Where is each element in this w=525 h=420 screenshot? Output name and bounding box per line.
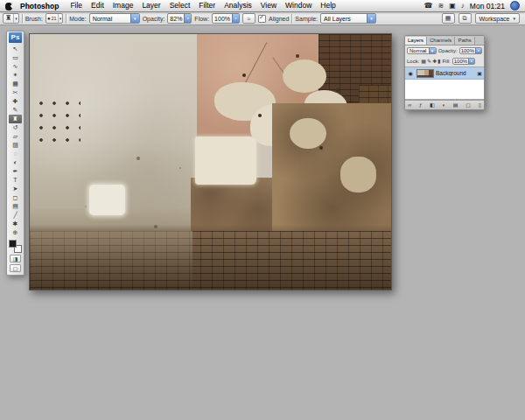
phone-icon[interactable]: ☎ <box>424 0 433 11</box>
tool-slice[interactable]: ✂ <box>9 88 22 97</box>
airport-icon[interactable]: ≋ <box>438 0 444 11</box>
menu-item[interactable]: Help <box>316 0 340 11</box>
new-group-icon[interactable]: ▤ <box>453 102 458 109</box>
flow-field[interactable]: 100% <box>212 13 240 24</box>
brushes-palette-button[interactable]: ▦ <box>442 13 455 24</box>
blend-mode-select[interactable]: Normal <box>89 13 140 24</box>
layer-row-background[interactable]: ◉ Background ▣ <box>405 67 484 80</box>
menu-item[interactable]: Filter <box>194 0 220 11</box>
opacity-field[interactable]: 82% <box>167 13 192 24</box>
lock-transparency-icon[interactable]: ▦ <box>421 58 426 65</box>
tab-paths[interactable]: Paths <box>455 37 474 45</box>
options-right-group: ▦ ⧉ Workspace <box>442 13 522 24</box>
opacity-label: Opacity: <box>143 16 165 22</box>
link-layers-icon[interactable]: ∞ <box>408 102 411 109</box>
wall-white-patch <box>195 136 256 185</box>
tool-pen[interactable]: ✒ <box>9 167 22 176</box>
tab-channels[interactable]: Channels <box>427 37 455 45</box>
lock-all-icon[interactable]: ▮ <box>438 58 440 65</box>
wall-scattered-holes <box>30 34 32 36</box>
tool-dodge[interactable]: ◐ <box>9 158 22 167</box>
tool-eraser[interactable]: ▱ <box>9 132 22 141</box>
tool-notes[interactable]: ▤ <box>9 202 22 211</box>
tool-healing-brush[interactable]: ✚ <box>9 97 22 106</box>
tool-brush[interactable]: ✎ <box>9 106 22 115</box>
tool-blur[interactable]: ◌ <box>9 150 22 158</box>
delete-layer-icon[interactable]: ▯ <box>479 102 481 109</box>
add-mask-icon[interactable]: ◧ <box>430 102 435 109</box>
app-menu-photoshop[interactable]: Photoshop <box>20 2 59 10</box>
aligned-label: Aligned <box>269 16 289 22</box>
new-layer-icon[interactable]: ▢ <box>466 102 471 109</box>
menu-item[interactable]: Window <box>281 0 316 11</box>
tool-lasso[interactable]: ∿ <box>9 62 22 71</box>
adjustment-layer-icon[interactable]: ◐ <box>443 102 446 109</box>
lock-pixels-icon[interactable]: ✎ <box>427 58 431 65</box>
volume-icon[interactable]: ♪ <box>461 0 465 11</box>
clone-source-button[interactable]: ⧉ <box>458 13 472 24</box>
menu-item[interactable]: Select <box>165 0 195 11</box>
tab-layers[interactable]: Layers <box>405 37 427 45</box>
menu-clock[interactable]: Mon 01:21 <box>470 2 505 10</box>
fill-label: Fill: <box>442 59 450 64</box>
menu-item[interactable]: Edit <box>87 0 108 11</box>
layer-style-icon[interactable]: ƒ <box>419 102 422 109</box>
displays-icon[interactable]: ▣ <box>449 0 456 11</box>
tool-shape[interactable]: ◻ <box>9 193 22 202</box>
layer-lock-icon: ▣ <box>477 70 482 76</box>
separator <box>22 14 23 24</box>
spotlight-icon[interactable] <box>510 1 520 10</box>
airbrush-toggle[interactable]: ≈ <box>242 13 256 24</box>
menu-item[interactable]: View <box>256 0 281 11</box>
tool-path-selection[interactable]: ➤ <box>9 185 22 193</box>
chevron-down-icon <box>13 14 18 23</box>
tool-preset-picker[interactable]: ♜ <box>3 13 19 24</box>
tool-gradient[interactable]: ▨ <box>9 141 22 150</box>
mode-label: Mode: <box>69 16 86 22</box>
menu-item[interactable]: Image <box>108 0 138 11</box>
popup-arrow-icon <box>184 14 191 23</box>
menu-item[interactable]: File <box>66 0 87 11</box>
lock-position-icon[interactable]: ✚ <box>432 58 437 65</box>
tool-marquee[interactable]: ▭ <box>9 53 22 62</box>
tool-type[interactable]: T <box>9 176 22 185</box>
quick-mask-button[interactable]: ◨ <box>10 255 21 262</box>
wall-paint-patch <box>283 60 326 93</box>
menu-item[interactable]: Analysis <box>220 0 256 11</box>
tool-eyedropper[interactable]: ╱ <box>9 211 22 220</box>
tool-zoom[interactable]: ⊕ <box>9 228 22 237</box>
tool-crop[interactable]: ▦ <box>9 80 22 88</box>
toolbox-extras: ◨▢ <box>10 255 21 274</box>
layer-list: ◉ Background ▣ <box>405 66 484 100</box>
workspace-button[interactable]: Workspace <box>475 13 520 24</box>
aligned-checkbox[interactable] <box>258 15 266 23</box>
tool-hand[interactable]: ✱ <box>9 220 22 228</box>
sample-label: Sample: <box>295 16 318 22</box>
tool-move[interactable]: ↖ <box>9 45 22 53</box>
tool-clone-stamp[interactable]: ♜ <box>9 115 22 123</box>
apple-menu[interactable] <box>5 0 12 14</box>
brush-label: Brush: <box>25 16 43 22</box>
screen-mode-button[interactable]: ▢ <box>10 264 21 272</box>
layer-opacity-field[interactable]: 100% <box>459 47 482 54</box>
popup-arrow-icon <box>475 48 481 53</box>
wall-repair-patch <box>89 185 125 215</box>
desktop: Photoshop FileEditImageLayerSelectFilter… <box>0 0 525 420</box>
visibility-eye-icon[interactable]: ◉ <box>407 70 415 76</box>
document-canvas[interactable] <box>29 33 392 290</box>
wall-paint-patch <box>290 118 326 149</box>
ps-logo: Ps <box>9 32 22 43</box>
layer-name: Background <box>436 70 475 76</box>
tool-history-brush[interactable]: ↺ <box>9 123 22 132</box>
menu-extras: ☎ ≋ ▣ ♪ Mon 01:21 <box>424 0 520 11</box>
sample-select[interactable]: All Layers <box>320 13 376 24</box>
menu-item[interactable]: Layer <box>137 0 164 11</box>
lock-label: Lock: <box>407 59 419 64</box>
brush-preset-picker[interactable]: ● 21 <box>46 13 63 24</box>
apple-icon <box>5 3 12 10</box>
tool-quick-selection[interactable]: ✶ <box>9 71 22 80</box>
layer-fill-field[interactable]: 100% <box>452 58 475 65</box>
foreground-color-swatch[interactable] <box>9 240 17 248</box>
lock-buttons: ▦✎✚▮ <box>421 58 440 65</box>
layer-blend-mode-select[interactable]: Normal <box>407 47 437 54</box>
